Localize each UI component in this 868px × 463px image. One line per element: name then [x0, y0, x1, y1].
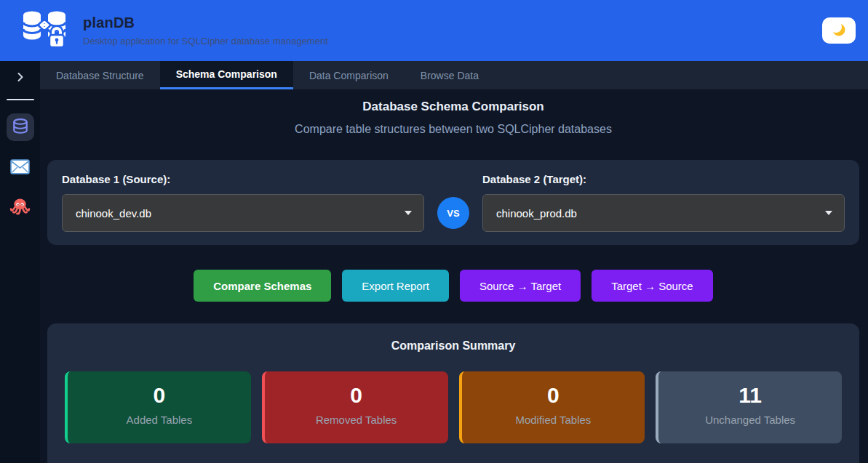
theme-toggle-button[interactable]	[822, 17, 856, 44]
sidebar	[0, 61, 40, 463]
tab-data-comparison[interactable]: Data Comparison	[293, 61, 405, 89]
octopus-icon	[9, 197, 31, 220]
sidebar-divider	[7, 99, 34, 100]
chevron-down-icon	[405, 211, 412, 215]
added-tables-label: Added Tables	[68, 414, 251, 426]
moon-icon	[831, 22, 847, 40]
export-report-button[interactable]: Export Report	[342, 270, 449, 302]
app-subtitle: Desktop application for SQLCipher databa…	[83, 36, 822, 47]
source-db-select[interactable]: chinook_dev.db	[62, 194, 424, 232]
sync-target-to-source-button[interactable]: Target → Source	[592, 270, 713, 302]
database-icon	[12, 118, 29, 137]
added-tables-card: 0 Added Tables	[65, 371, 251, 443]
summary-title: Comparison Summary	[65, 339, 842, 353]
target-db-select[interactable]: chinook_prod.db	[482, 194, 845, 232]
unchanged-tables-card: 11 Unchanged Tables	[656, 371, 842, 443]
main-content: Database Structure Schema Comparison Dat…	[40, 61, 868, 463]
target-db-label: Database 2 (Target):	[482, 173, 845, 185]
sync-source-to-target-button[interactable]: Source → Target	[460, 270, 581, 302]
comparison-summary-panel: Comparison Summary 0 Added Tables 0 Remo…	[47, 323, 859, 463]
sidebar-expand-button[interactable]	[9, 68, 31, 87]
vs-badge: VS	[437, 197, 469, 229]
page-body: Database Schema Comparison Compare table…	[40, 89, 868, 463]
app-window: planDB Desktop application for SQLCipher…	[0, 0, 868, 463]
tab-schema-comparison[interactable]: Schema Comparison	[160, 61, 293, 89]
app-title: planDB	[83, 15, 822, 31]
page-subtitle: Compare table structures between two SQL…	[47, 123, 859, 136]
chevron-down-icon	[825, 211, 832, 215]
app-logo-icon	[20, 8, 68, 53]
chevron-right-icon	[13, 70, 28, 86]
target-db-value: chinook_prod.db	[496, 207, 577, 220]
summary-cards: 0 Added Tables 0 Removed Tables 0 Modifi…	[65, 371, 842, 443]
page-title: Database Schema Comparison	[47, 100, 859, 114]
app-header: planDB Desktop application for SQLCipher…	[0, 0, 868, 61]
database-selector-panel: Database 1 (Source): chinook_dev.db VS D…	[47, 160, 859, 245]
added-tables-count: 0	[68, 383, 251, 407]
action-button-row: Compare Schemas Export Report Source → T…	[47, 270, 859, 302]
target-db-column: Database 2 (Target): chinook_prod.db	[482, 173, 845, 232]
unchanged-tables-count: 11	[658, 383, 842, 407]
removed-tables-card: 0 Removed Tables	[262, 371, 448, 443]
modified-tables-label: Modified Tables	[462, 414, 645, 426]
removed-tables-count: 0	[265, 383, 448, 407]
modified-tables-card: 0 Modified Tables	[459, 371, 645, 443]
source-db-label: Database 1 (Source):	[62, 173, 424, 185]
source-db-value: chinook_dev.db	[76, 207, 151, 220]
tab-bar: Database Structure Schema Comparison Dat…	[40, 61, 868, 89]
sidebar-item-database[interactable]	[7, 113, 34, 141]
app-title-block: planDB Desktop application for SQLCipher…	[83, 15, 822, 47]
source-db-column: Database 1 (Source): chinook_dev.db	[62, 173, 424, 232]
unchanged-tables-label: Unchanged Tables	[658, 414, 842, 426]
tab-database-structure[interactable]: Database Structure	[40, 61, 160, 89]
sidebar-item-octopus[interactable]	[7, 195, 34, 222]
compare-schemas-button[interactable]: Compare Schemas	[194, 270, 331, 302]
envelope-icon	[10, 159, 30, 177]
tab-browse-data[interactable]: Browse Data	[405, 61, 495, 89]
removed-tables-label: Removed Tables	[265, 414, 448, 426]
sidebar-item-mail[interactable]	[7, 154, 34, 182]
modified-tables-count: 0	[462, 383, 645, 407]
